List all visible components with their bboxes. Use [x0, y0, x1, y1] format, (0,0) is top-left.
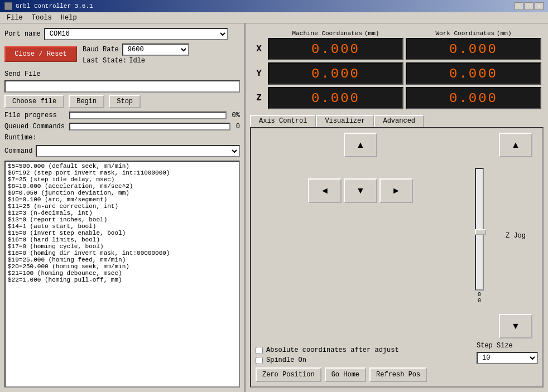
- menu-help[interactable]: Help: [56, 13, 81, 23]
- xy-jog-controls: ▲ ◄ ▼ ►: [256, 133, 465, 338]
- bottom-buttons: Zero Position Go Home Refresh Pos: [256, 367, 538, 382]
- send-file-section: Send File Choose file Begin Stop: [4, 68, 240, 108]
- jog-down-button[interactable]: ▼: [344, 178, 377, 203]
- command-row: Command: [4, 145, 240, 157]
- step-size-select[interactable]: 1 5 10 50 100: [477, 352, 538, 364]
- choose-file-button[interactable]: Choose file: [4, 95, 64, 108]
- x-machine-display: 0.000: [268, 38, 403, 60]
- go-home-button[interactable]: Go Home: [325, 367, 366, 382]
- title-bar: Grbl Controller 3.6.1 — □ ✕: [0, 0, 548, 12]
- log-area[interactable]: $5=500.000 (default seek, mm/min)$6=192 …: [4, 161, 240, 388]
- log-line: $8=10.000 (acceleration, mm/sec^2): [8, 183, 237, 190]
- z-jog-down-button[interactable]: ▼: [499, 314, 532, 338]
- stop-button[interactable]: Stop: [109, 95, 141, 108]
- queued-commands-bar: [69, 123, 230, 130]
- jog-left-button[interactable]: ◄: [308, 178, 342, 203]
- machine-mm-label: (mm): [364, 30, 379, 37]
- baud-select[interactable]: 9600 19200 38400 57600 115200: [122, 43, 189, 56]
- tab-bar: Axis Control Visualizer Advanced: [250, 115, 544, 127]
- log-line: $16=0 (hard limits, bool): [8, 236, 237, 243]
- log-line: $7=25 (step idle delay, msec): [8, 176, 237, 183]
- log-line: $13=0 (report inches, bool): [8, 216, 237, 223]
- slider-val2: 0: [478, 298, 481, 304]
- log-line: $19=25.000 (homing feed, mm/min): [8, 257, 237, 263]
- bottom-controls: Absolute coordinates after adjust Spindl…: [256, 342, 538, 364]
- absolute-coords-checkbox[interactable]: [256, 347, 263, 354]
- log-line: $15=0 (invert step enable, bool): [8, 230, 237, 236]
- coordinates-container: Machine Coordinates (mm) Work Coordinate…: [250, 28, 544, 112]
- port-select[interactable]: COM16: [44, 28, 228, 40]
- tab-advanced[interactable]: Advanced: [374, 115, 424, 127]
- x-work-display: 0.000: [406, 38, 541, 60]
- log-line: $20=250.000 (homing seek, mm/min): [8, 263, 237, 270]
- right-panel: Machine Coordinates (mm) Work Coordinate…: [246, 23, 548, 392]
- tab-content-axis-control: ▲ ◄ ▼ ►: [250, 127, 544, 388]
- jog-slider-track: [475, 168, 484, 291]
- log-line: $12=3 (n-decimals, int): [8, 210, 237, 216]
- command-select[interactable]: [36, 145, 240, 157]
- z-jog-controls: ▲ Z Jog ▼: [493, 133, 538, 338]
- send-file-label: Send File: [4, 70, 240, 78]
- step-size-label: Step Size: [477, 342, 538, 350]
- jog-middle-row: ◄ ▼ ►: [308, 178, 413, 203]
- z-jog-label: Z Jog: [506, 232, 526, 240]
- z-work-display: 0.000: [406, 87, 541, 109]
- port-row: Port name COM16: [4, 28, 240, 40]
- jog-area: ▲ ◄ ▼ ►: [256, 133, 538, 338]
- menu-file[interactable]: File: [2, 13, 27, 23]
- jog-up-row: ▲: [308, 133, 413, 157]
- queued-commands-value: 0: [236, 123, 240, 130]
- slider-area: 0 0: [471, 133, 488, 338]
- tab-visualizer[interactable]: Visualizer: [316, 115, 374, 127]
- minimize-button[interactable]: —: [515, 2, 523, 10]
- jog-up-button[interactable]: ▲: [344, 133, 377, 157]
- close-reset-button[interactable]: Close / Reset: [4, 46, 77, 62]
- z-jog-up-button[interactable]: ▲: [499, 133, 532, 157]
- menu-bar: File Tools Help: [0, 12, 548, 23]
- close-button[interactable]: ✕: [535, 2, 544, 10]
- begin-button[interactable]: Begin: [69, 95, 104, 108]
- control-row: Close / Reset Baud Rate 9600 19200 38400…: [4, 43, 240, 65]
- runtime-row: Runtime:: [4, 134, 240, 142]
- log-line: $22=1.000 (homing pull-off, mm): [8, 277, 237, 283]
- file-progress-row: File progress 0%: [4, 112, 240, 119]
- title-bar-buttons: — □ ✕: [515, 2, 544, 10]
- spindle-on-checkbox[interactable]: [256, 357, 263, 364]
- jog-slider-thumb: [475, 229, 486, 235]
- maximize-button[interactable]: □: [525, 2, 533, 10]
- file-path-input[interactable]: [4, 80, 240, 93]
- command-label: Command: [4, 147, 32, 155]
- machine-coords-label: Machine Coordinates: [292, 30, 362, 37]
- checkbox-area: Absolute coordinates after adjust Spindl…: [256, 346, 399, 364]
- jog-right-button[interactable]: ►: [379, 178, 413, 203]
- spindle-on-row: Spindle On: [256, 356, 399, 364]
- x-axis-label: X: [252, 44, 266, 54]
- log-line: $17=0 (homing cycle, bool): [8, 243, 237, 250]
- slider-val1: 0: [478, 292, 481, 298]
- log-line: $10=0.100 (arc, mm/segment): [8, 196, 237, 203]
- app-icon: [4, 2, 12, 10]
- log-line: $14=1 (auto start, bool): [8, 223, 237, 230]
- refresh-pos-button[interactable]: Refresh Pos: [369, 367, 427, 382]
- z-axis-label: Z: [252, 93, 266, 103]
- last-state-label: Last State:: [83, 57, 127, 65]
- baud-label: Baud Rate: [83, 46, 119, 54]
- work-coords-label: Work Coordinates: [435, 30, 494, 37]
- y-work-display: 0.000: [406, 62, 541, 85]
- file-progress-label: File progress: [4, 112, 66, 119]
- log-line: $9=0.050 (junction deviation, mm): [8, 190, 237, 196]
- absolute-coords-row: Absolute coordinates after adjust: [256, 346, 399, 354]
- file-progress-percent: 0%: [232, 112, 240, 119]
- file-progress-bar: [69, 112, 227, 119]
- main-content: Port name COM16 Close / Reset Baud Rate …: [0, 23, 548, 392]
- step-size-area: Step Size 1 5 10 50 100: [477, 342, 538, 364]
- queued-commands-row: Queued Commands 0: [4, 123, 240, 130]
- last-state-value: Idle: [129, 57, 145, 65]
- queued-commands-label: Queued Commands: [4, 123, 66, 130]
- zero-position-button[interactable]: Zero Position: [256, 367, 321, 382]
- z-machine-display: 0.000: [268, 87, 403, 109]
- menu-tools[interactable]: Tools: [27, 13, 56, 23]
- tab-axis-control[interactable]: Axis Control: [250, 115, 316, 127]
- y-axis-label: Y: [252, 69, 266, 79]
- y-machine-display: 0.000: [268, 62, 403, 85]
